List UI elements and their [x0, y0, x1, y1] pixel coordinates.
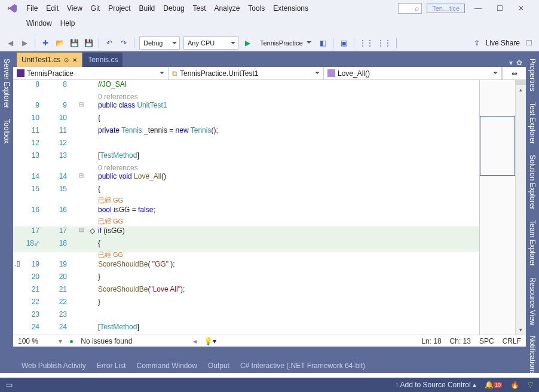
- main-toolbar: ◀ ▶ ✚ 📂 💾 💾 ↶ ↷ Debug Any CPU ▶ TennisPr…: [0, 35, 539, 51]
- outline-toggle[interactable]: ⊟: [76, 101, 86, 108]
- redo-button[interactable]: ↷: [118, 37, 129, 49]
- split-button[interactable]: ⇔: [502, 67, 526, 79]
- properties-tab[interactable]: Properties: [527, 56, 538, 94]
- menu-analyze[interactable]: Analyze: [215, 4, 240, 13]
- output-pane-icon[interactable]: ▭: [6, 381, 13, 389]
- vs-logo-icon: [6, 2, 18, 14]
- new-project-button[interactable]: ✚: [40, 37, 51, 49]
- menu-extensions[interactable]: Extensions: [273, 4, 308, 13]
- document-tab-strip: UnitTest1.cs ⊙ ✕ Tennis.cs ▾ ✿: [13, 51, 526, 67]
- vertical-scrollbar[interactable]: ▴ ▾: [515, 80, 526, 335]
- start-button[interactable]: ▶: [242, 37, 253, 49]
- line-ending: CRLF: [503, 337, 521, 345]
- forward-button[interactable]: ▶: [19, 37, 30, 49]
- col-indicator: Ch: 13: [450, 337, 471, 345]
- tb-btn-3[interactable]: ⋮⋮: [377, 37, 391, 49]
- save-button[interactable]: 💾: [69, 37, 79, 49]
- test-explorer-tab[interactable]: Test Explorer: [527, 100, 538, 146]
- menu-view[interactable]: View: [67, 4, 82, 13]
- nav-project-dropdown[interactable]: TennisPractice: [13, 67, 169, 79]
- line-indicator: Ln: 18: [421, 337, 441, 345]
- tab-label: UnitTest1.cs: [22, 56, 60, 64]
- menu-project[interactable]: Project: [108, 4, 130, 13]
- class-icon: ⧉: [172, 69, 177, 78]
- zoom-level[interactable]: 100 %: [18, 337, 51, 345]
- bottom-tool-tabs: Web Publish Activity Error List Command …: [13, 359, 526, 373]
- menu-debug[interactable]: Debug: [163, 4, 184, 13]
- breakpoint-glyph[interactable]: ◇: [86, 226, 98, 235]
- issues-icon: ●: [69, 337, 74, 345]
- margin-indicator: .[]: [15, 261, 20, 267]
- notifications-button[interactable]: 🔔10: [485, 381, 502, 389]
- shield-icon[interactable]: ▽: [528, 381, 533, 389]
- main-area: Server Explorer Toolbox UnitTest1.cs ⊙ ✕…: [0, 51, 539, 373]
- issues-text[interactable]: No issues found: [81, 337, 132, 345]
- insert-mode: SPC: [479, 337, 494, 345]
- editor-wrap: UnitTest1.cs ⊙ ✕ Tennis.cs ▾ ✿ TennisPra…: [13, 51, 526, 373]
- menu-tools[interactable]: Tools: [248, 4, 265, 13]
- navigation-bar: TennisPractice ⧉ TennisPractice.UnitTest…: [13, 67, 526, 80]
- editor-status-bar: 100 % ▾ ● No issues found ◂ 💡▾ Ln: 18 Ch…: [13, 335, 526, 347]
- nav-type-dropdown[interactable]: ⧉ TennisPractice.UnitTest1: [169, 67, 324, 79]
- minimap[interactable]: [479, 80, 515, 335]
- solution-name[interactable]: Ten…tice: [427, 4, 465, 13]
- menu-edit[interactable]: Edit: [46, 4, 59, 13]
- close-window-button[interactable]: ✕: [513, 2, 529, 14]
- menu-build[interactable]: Build: [139, 4, 155, 13]
- source-control-button[interactable]: ↑ Add to Source Control ▴: [395, 381, 476, 389]
- perf-icon[interactable]: 🔥: [510, 381, 519, 389]
- maximize-button[interactable]: ☐: [491, 2, 508, 14]
- run-target-dropdown[interactable]: TennisPractice: [256, 36, 314, 50]
- tb-btn-1[interactable]: ▣: [338, 37, 349, 49]
- menu-window[interactable]: Window: [26, 19, 52, 27]
- title-bar: File Edit View Git Project Build Debug T…: [0, 0, 539, 35]
- left-tool-well: Server Explorer Toolbox: [0, 51, 13, 373]
- tab-overflow-button[interactable]: ▾: [509, 59, 513, 67]
- tab-settings-icon[interactable]: ✿: [516, 59, 522, 67]
- nav-prev[interactable]: ◂: [193, 337, 197, 345]
- tab-error-list[interactable]: Error List: [97, 362, 126, 370]
- platform-dropdown[interactable]: Any CPU: [183, 36, 238, 50]
- live-share-icon: ⇪: [471, 37, 482, 49]
- back-button[interactable]: ◀: [5, 37, 16, 49]
- pin-icon[interactable]: ⊙: [64, 57, 69, 63]
- tab-label: Tennis.cs: [88, 56, 118, 64]
- menu-git[interactable]: Git: [91, 4, 100, 13]
- server-explorer-tab[interactable]: Server Explorer: [1, 56, 12, 111]
- csharp-project-icon: [17, 69, 24, 77]
- tab-output[interactable]: Output: [208, 362, 229, 370]
- team-explorer-tab[interactable]: Team Explorer: [527, 218, 538, 268]
- solution-explorer-tab[interactable]: Solution Explorer: [527, 152, 538, 212]
- debug-target-button[interactable]: ◧: [317, 37, 328, 49]
- tab-web-publish[interactable]: Web Publish Activity: [22, 362, 86, 370]
- method-icon: [327, 69, 335, 77]
- close-tab-icon[interactable]: ✕: [72, 57, 77, 63]
- ide-status-bar: ▭ ↑ Add to Source Control ▴ 🔔10 🔥 ▽: [0, 378, 539, 392]
- menu-help[interactable]: Help: [60, 19, 75, 27]
- undo-button[interactable]: ↶: [104, 37, 115, 49]
- feedback-icon[interactable]: ☐: [523, 37, 534, 49]
- menu-file[interactable]: File: [26, 4, 38, 13]
- outline-toggle[interactable]: ⊟: [76, 226, 86, 233]
- tab-csharp-interactive[interactable]: C# Interactive (.NET Framework 64-bit): [240, 362, 365, 370]
- lightbulb-icon[interactable]: 💡▾: [204, 337, 216, 345]
- search-icon: ⌕: [415, 4, 419, 13]
- outline-toggle[interactable]: ⊟: [76, 172, 86, 179]
- right-tool-well: Properties Test Explorer Solution Explor…: [526, 51, 539, 373]
- save-all-button[interactable]: 💾: [83, 37, 94, 49]
- code-editor[interactable]: 88 //JO_SAI 0 references 99⊟ public clas…: [13, 80, 526, 335]
- notifications-tab[interactable]: Notifications: [527, 333, 538, 377]
- resource-view-tab[interactable]: Resource View: [527, 275, 538, 327]
- minimize-button[interactable]: —: [470, 2, 486, 14]
- open-button[interactable]: 📂: [54, 37, 65, 49]
- tab-command-window[interactable]: Command Window: [137, 362, 197, 370]
- tab-unittest1[interactable]: UnitTest1.cs ⊙ ✕: [17, 53, 82, 67]
- live-share-button[interactable]: Live Share: [486, 39, 520, 47]
- config-dropdown[interactable]: Debug: [139, 36, 180, 50]
- tb-btn-2[interactable]: ⋮⋮: [359, 37, 373, 49]
- search-box[interactable]: ⌕: [398, 3, 422, 14]
- nav-member-dropdown[interactable]: Love_All(): [324, 67, 502, 79]
- menu-test[interactable]: Test: [193, 4, 206, 13]
- tab-tennis[interactable]: Tennis.cs: [83, 53, 122, 67]
- toolbox-tab[interactable]: Toolbox: [1, 117, 12, 146]
